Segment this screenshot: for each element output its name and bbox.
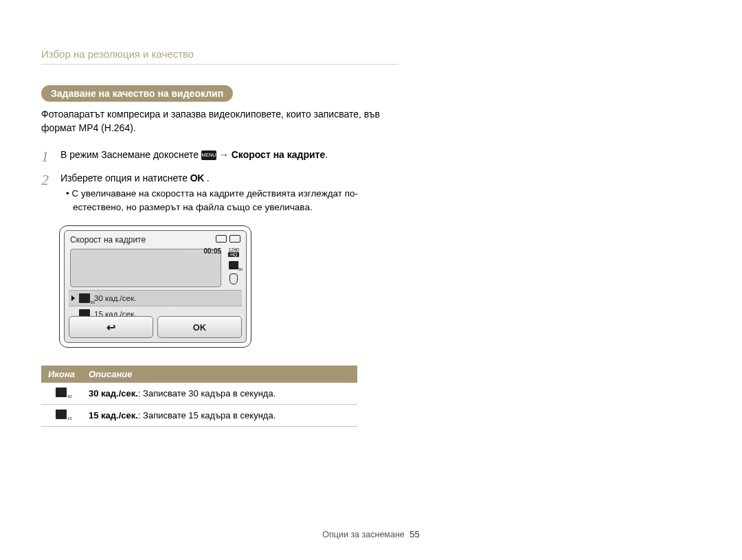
step-bullet: С увеличаване на скоростта на кадрите де…	[60, 187, 398, 215]
memory-icon	[216, 235, 227, 243]
side-icon-column: 1280 HQ 30	[228, 247, 239, 284]
resolution-icon: 1280 HQ	[228, 247, 239, 257]
preview-window	[70, 249, 221, 287]
resolution-label: 1280	[228, 247, 239, 252]
description-table: Икона Описание 30 30 кад./сек.: Записват…	[41, 366, 357, 427]
ok-button[interactable]: OK	[157, 316, 242, 338]
quality-label: HQ	[228, 252, 239, 257]
intro-paragraph: Фотоапаратът компресира и запазва видеок…	[41, 107, 398, 135]
framerate-icon: 30	[229, 261, 238, 269]
table-header-desc: Описание	[82, 366, 357, 383]
table-row: 15 15 кад./сек.: Записвате 15 кадъра в с…	[41, 405, 357, 427]
fps15-icon: 15	[56, 410, 67, 419]
option-label: 30 кад./сек.	[94, 294, 136, 302]
row-bold: 15 кад./сек.	[89, 410, 138, 421]
battery-icon	[229, 235, 240, 243]
menu-icon: MENU	[201, 150, 216, 160]
arrow-text: →	[219, 149, 232, 160]
fps30-icon: 30	[79, 293, 90, 303]
footer-section-label: Опции за заснемане	[322, 530, 404, 539]
step-number: 2	[41, 171, 60, 188]
row-bold: 30 кад./сек.	[89, 388, 138, 399]
page-number: 55	[409, 529, 419, 539]
breadcrumb: Избор на резолюция и качество	[41, 48, 398, 65]
microphone-icon	[229, 273, 238, 284]
step-body: В режим Заснемане докоснете MENU → Скоро…	[60, 148, 328, 162]
lcd-screen: Скорост на кадрите 00:05 1280 HQ 30 30 3…	[64, 230, 247, 343]
page-footer: Опции за заснемане 55	[0, 529, 742, 539]
camera-lcd-illustration: Скорост на кадрите 00:05 1280 HQ 30 30 3…	[59, 225, 251, 348]
back-button[interactable]	[69, 316, 153, 338]
steps-list: 1 В режим Заснемане докоснете MENU → Ско…	[41, 148, 398, 215]
option-30fps[interactable]: 30 30 кад./сек.	[69, 290, 242, 306]
selection-caret-icon	[71, 295, 75, 301]
ok-icon: OK	[190, 172, 204, 183]
step2-text-pre: Изберете опция и натиснете	[60, 172, 190, 183]
table-header-icon: Икона	[41, 366, 82, 383]
step-number: 1	[41, 148, 60, 164]
step-body: Изберете опция и натиснете OK . С увелич…	[60, 171, 398, 215]
status-icons	[216, 235, 240, 243]
step1-post: .	[325, 149, 328, 160]
fps30-icon: 30	[56, 388, 67, 397]
step2-post: .	[204, 172, 210, 183]
recording-timer: 00:05	[203, 247, 221, 255]
step1-bold: Скорост на кадрите	[232, 149, 326, 160]
step1-text-pre: В режим Заснемане докоснете	[60, 149, 201, 160]
section-heading: Задаване на качество на видеоклип	[41, 85, 233, 102]
row-text: : Записвате 30 кадъра в секунда.	[138, 388, 276, 399]
row-text: : Записвате 15 кадъра в секунда.	[138, 410, 276, 421]
table-row: 30 30 кад./сек.: Записвате 30 кадъра в с…	[41, 383, 357, 405]
manual-page: Избор на резолюция и качество Задаване н…	[0, 0, 440, 427]
